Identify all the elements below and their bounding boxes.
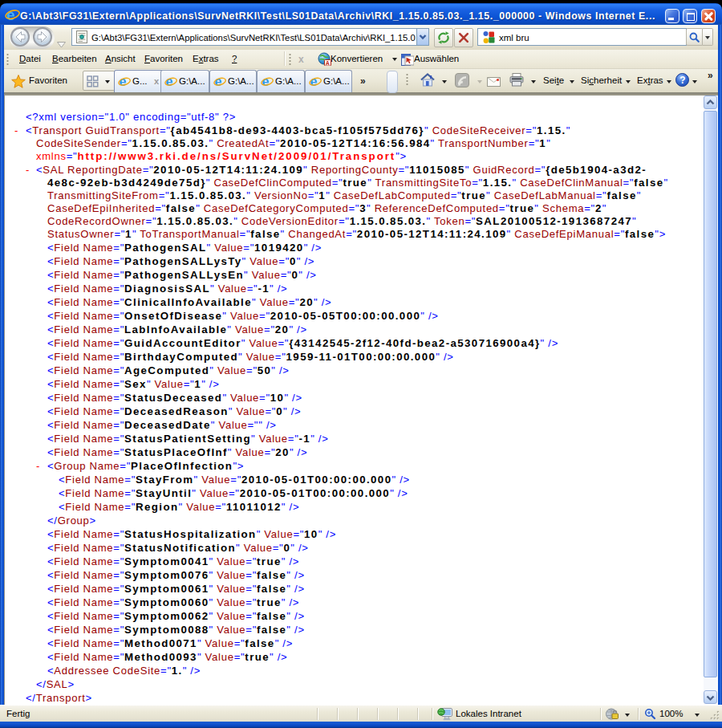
svg-text:e: e — [310, 75, 318, 88]
svg-text:?: ? — [679, 75, 685, 86]
svg-text:e: e — [262, 75, 270, 88]
svg-text:e: e — [120, 75, 127, 88]
svg-text:e: e — [6, 7, 15, 22]
svg-text:A: A — [326, 60, 330, 66]
svg-text:e: e — [215, 75, 222, 88]
svg-text:e: e — [166, 75, 173, 88]
